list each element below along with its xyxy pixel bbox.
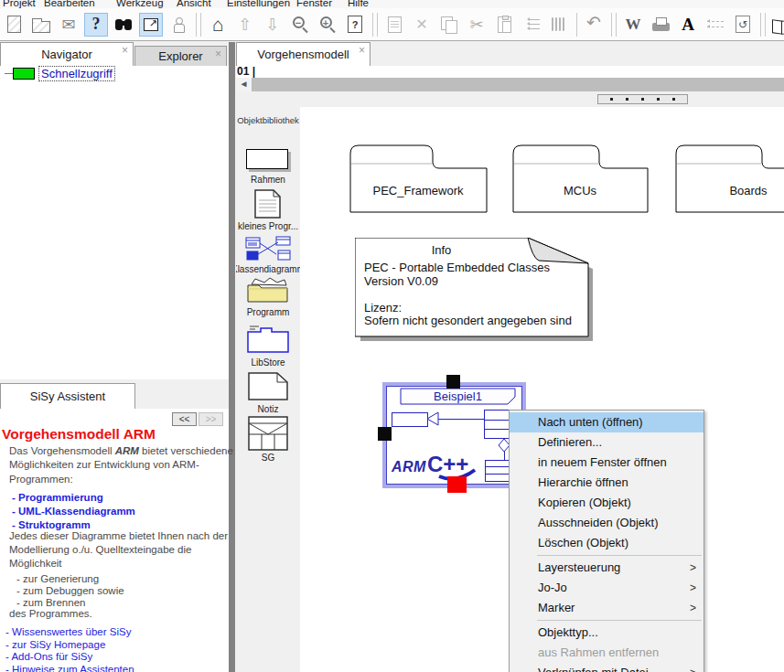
home-icon: ⌂: [212, 15, 224, 34]
klassendiagramm-icon: [245, 236, 291, 261]
library-label: Rahmen: [236, 175, 300, 185]
zoom-out-button[interactable]: −: [288, 13, 312, 37]
close-icon[interactable]: ×: [215, 48, 221, 59]
library-label: LibStore: [236, 357, 300, 368]
page-indicator-row: 01 |: [236, 66, 784, 78]
tab-vorgehensmodell-label: Vorgehensmodell: [237, 48, 370, 61]
selection-handle-top[interactable]: [446, 375, 460, 389]
menu-item-jo-jo[interactable]: Jo-Jo>: [510, 578, 703, 598]
copy-button[interactable]: [437, 13, 461, 37]
navigate-up-button[interactable]: ⇧: [233, 13, 257, 37]
document-help-button[interactable]: ?: [343, 13, 367, 37]
menu-item-definieren[interactable]: Definieren...: [510, 432, 703, 453]
window-maximize-button[interactable]: [139, 13, 163, 37]
mapping-button[interactable]: [703, 13, 727, 37]
note-info[interactable]: Info PEC - Portable Embedded Classes Ver…: [355, 238, 594, 344]
assistant-paragraph-2: Möglichkeit: [9, 558, 62, 569]
reload-page-button[interactable]: ↺: [731, 13, 755, 37]
menu-einstellungen[interactable]: Einstellungen: [227, 0, 290, 8]
assistant-back-button[interactable]: <<: [172, 412, 197, 426]
menu-werkzeug[interactable]: Werkzeug: [116, 0, 164, 8]
undo-button[interactable]: ↶: [582, 13, 606, 37]
uml-object-beispiel1[interactable]: Beispiel1 ARMC++: [382, 382, 526, 488]
open-folder-button[interactable]: [29, 13, 53, 37]
package-boards[interactable]: Boards: [675, 144, 784, 214]
cut-button[interactable]: ✂: [465, 13, 489, 37]
menu-item-nach-unten-ffnen[interactable]: Nach unten (öffnen): [510, 412, 703, 432]
assistant-link[interactable]: - UML-Klassendiagramm: [12, 506, 135, 517]
library-label: kleines Progr...: [236, 221, 300, 231]
user-button[interactable]: [166, 13, 190, 37]
menu-fenster[interactable]: Fenster: [296, 0, 332, 8]
help-button[interactable]: ?: [84, 13, 108, 37]
undo-icon: ↶: [586, 14, 601, 31]
table-columns-button[interactable]: [547, 13, 571, 37]
tab-sisy-assistent[interactable]: SiSy Assistent: [0, 383, 135, 409]
assistant-link[interactable]: - Struktogramm: [12, 519, 91, 530]
tab-navigator[interactable]: Navigator ×: [0, 42, 134, 66]
binoculars-icon: [115, 19, 132, 30]
assistant-paragraph-1: Programmen:: [9, 474, 73, 485]
tree-node-icon[interactable]: [13, 68, 35, 80]
assistant-link[interactable]: - Programmierung: [12, 492, 103, 503]
assistant-forward-button[interactable]: >>: [199, 412, 223, 426]
menu-item-l-schen-objekt[interactable]: Löschen (Objekt): [510, 533, 703, 553]
red-marker[interactable]: [447, 476, 467, 493]
search-button[interactable]: [112, 13, 135, 37]
edit-properties-button[interactable]: [382, 13, 406, 37]
menu-hilfe[interactable]: Hilfe: [348, 0, 369, 8]
menu-item-aus-rahmen-entfernen[interactable]: aus Rahmen entfernen: [510, 643, 703, 663]
library-label: Programm: [236, 307, 300, 317]
home-button[interactable]: ⌂: [206, 13, 230, 37]
tab-navigator-label: Navigator: [1, 48, 133, 61]
menu-item-hierarchie-ffnen[interactable]: Hierarchie öffnen: [510, 473, 703, 493]
tree-connector: [5, 73, 13, 74]
menu-item-verkn-pfen-mit-datei[interactable]: Verknüpfen mit Datei>: [510, 663, 703, 672]
assistant-link[interactable]: - Wissenswertes über SiSy: [5, 626, 131, 637]
tab-vorgehensmodell[interactable]: Vorgehensmodell ×: [236, 42, 371, 66]
paste-button[interactable]: [492, 13, 516, 37]
scrollbar-thumb[interactable]: [252, 78, 784, 91]
toolbar-separator: [196, 13, 201, 37]
package-mcus[interactable]: MCUs: [512, 144, 650, 214]
down-arrow-icon: ⇩: [265, 16, 279, 33]
tab-explorer[interactable]: Explorer ×: [134, 46, 227, 66]
delete-button[interactable]: ✕: [410, 13, 434, 37]
send-mail-button[interactable]: ✉: [57, 13, 81, 37]
import-list-button[interactable]: [520, 13, 543, 37]
assistant-link[interactable]: - zur SiSy Homepage: [5, 639, 105, 650]
panel-splitter[interactable]: [229, 42, 235, 672]
word-export-button[interactable]: W: [621, 13, 645, 37]
selection-handle-left[interactable]: [378, 427, 392, 441]
menu-item-ausschneiden-objekt[interactable]: Ausschneiden (Objekt): [510, 513, 703, 533]
menu-item-in-neuem-fenster-ffnen[interactable]: in neuem Fenster öffnen: [510, 453, 703, 473]
assistant-link[interactable]: - Hinweise zum Assistenten: [5, 664, 134, 672]
close-icon[interactable]: ×: [359, 45, 365, 56]
font-button[interactable]: A: [676, 13, 700, 37]
mail-icon: ✉: [61, 16, 75, 33]
tree-item-schnellzugriff[interactable]: Schnellzugriff: [38, 66, 115, 81]
menu-item-objekttyp[interactable]: Objekttyp...: [510, 623, 703, 643]
menu-ansicht[interactable]: Ansicht: [177, 0, 211, 8]
horizontal-scrollbar[interactable]: ◄: [236, 78, 784, 91]
close-icon[interactable]: ×: [122, 45, 128, 56]
menu-bearbeiten[interactable]: Bearbeiten: [44, 0, 95, 8]
package-pec-framework[interactable]: PEC_Framework: [349, 144, 489, 214]
collapse-handle[interactable]: [597, 94, 688, 104]
zoom-in-button[interactable]: +: [316, 13, 339, 37]
navigate-down-button[interactable]: ⇩: [261, 13, 285, 37]
menu-item-kopieren-objekt[interactable]: Kopieren (Objekt): [510, 493, 703, 513]
paste-icon: [498, 16, 511, 33]
assistant-link[interactable]: - Add-Ons für SiSy: [5, 651, 92, 662]
menu-item-marker[interactable]: Marker>: [510, 598, 703, 618]
menu-item-layersteuerung[interactable]: Layersteuerung>: [510, 558, 703, 578]
handbook-button[interactable]: [770, 13, 784, 37]
print-button[interactable]: [649, 13, 672, 37]
menu-projekt[interactable]: Projekt: [3, 0, 36, 8]
submenu-arrow-icon: >: [690, 558, 696, 578]
new-document-button[interactable]: [2, 13, 26, 37]
user-icon: [174, 17, 183, 32]
toolbar-separator: [372, 13, 378, 37]
library-label: Notiz: [236, 404, 300, 414]
scroll-left-button[interactable]: ◄: [236, 78, 252, 91]
